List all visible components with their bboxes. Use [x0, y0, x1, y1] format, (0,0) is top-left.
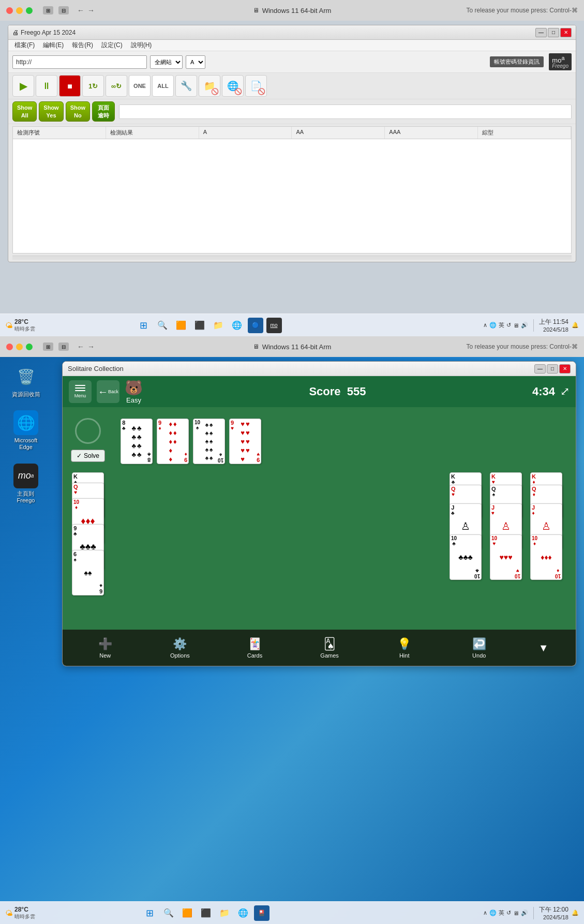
search-button-bottom[interactable]: 🔍	[161, 905, 176, 921]
close-button-bottom[interactable]	[6, 344, 13, 350]
nav-back[interactable]: ←	[77, 6, 84, 14]
all-label-button[interactable]: ALL	[152, 75, 174, 97]
panel-btn-2[interactable]: ⊟	[58, 6, 69, 14]
show-timeout-button[interactable]: 頁面逾時	[92, 101, 115, 122]
win-close-btn[interactable]: ✕	[560, 28, 572, 37]
bell-icon-top[interactable]: 🔔	[572, 322, 579, 329]
widgets-button-top[interactable]: 🟧	[173, 318, 189, 333]
one-label-button[interactable]: ONE	[129, 75, 151, 97]
card-10-spades[interactable]: 10 ♠ ♠♠ ♠♠ ♠♠ ♠♠ ♠♠	[193, 419, 225, 464]
app-icon-bottom[interactable]: 🎴	[254, 905, 269, 921]
menu-edit[interactable]: 編輯(E)	[41, 40, 66, 50]
file-explorer-bottom[interactable]: 📁	[217, 905, 232, 921]
wrench-button[interactable]: 🔧	[175, 75, 197, 97]
card-corner-tl-3: 10 ♠	[194, 420, 200, 430]
horizontal-scrollbar[interactable]	[12, 256, 572, 260]
bell-icon-bottom[interactable]: 🔔	[572, 910, 579, 916]
game-area[interactable]: ✓ Solve 8 ♣ ♣♣	[63, 407, 576, 630]
sol-restore-btn[interactable]: □	[547, 364, 558, 374]
sol-close-btn[interactable]: ✕	[559, 364, 571, 374]
win-minimize-btn[interactable]: —	[535, 28, 547, 37]
freego-taskbar-top[interactable]: mo	[266, 318, 282, 333]
close-button-top[interactable]	[6, 7, 13, 14]
start-button-bottom[interactable]: ⊞	[142, 905, 158, 921]
cards-button[interactable]: 🃏 Cards	[239, 637, 270, 659]
folder-no-button[interactable]: 📁 🚫	[199, 75, 220, 97]
hint-button[interactable]: 💡 Hint	[389, 637, 420, 659]
undo-button[interactable]: ↩️ Undo	[463, 637, 495, 659]
desktop-icons: 🗑️ 資源回收筒 🌐 Microsoft Edge moa 主頁到 Freego	[8, 362, 44, 506]
edge-desktop-icon[interactable]: 🌐 Microsoft Edge	[8, 408, 44, 453]
menu-help[interactable]: 說明(H)	[129, 40, 154, 50]
show-all-button[interactable]: ShowAll	[12, 101, 37, 122]
maximize-button-bottom[interactable]	[26, 344, 33, 350]
card-10-diamonds-r[interactable]: 10♦ ♦♦♦ 10♦	[530, 534, 562, 580]
card-9-diamonds[interactable]: 9 ♦ ♦♦ ♦♦ ♦♦ ♦ ♦	[157, 419, 189, 464]
stop-button[interactable]	[59, 75, 81, 97]
chevron-up-icon-bottom[interactable]: ∧	[483, 910, 487, 916]
left-card-column[interactable]: K ♠ ♔ K ♠ Q ♥	[72, 472, 108, 586]
panel-btn-4[interactable]: ⊟	[58, 342, 69, 351]
start-button-top[interactable]: ⊞	[136, 318, 152, 333]
nav-forward[interactable]: →	[87, 6, 95, 14]
minimize-button-top[interactable]	[16, 7, 23, 14]
clock-top[interactable]: 上午 11:54 2024/5/18	[539, 318, 568, 333]
search-scope-select[interactable]: 全網站	[150, 55, 183, 69]
options-button[interactable]: ⚙️ Options	[164, 637, 196, 659]
card-6-spades[interactable]: 6 ♠ ♠♠ 6 ♠	[72, 550, 104, 595]
expand-button[interactable]: ⤢	[560, 385, 570, 398]
show-no-button[interactable]: ShowNo	[66, 101, 90, 122]
card-8-clubs[interactable]: 8 ♣ ♣♣ ♣♣ ♣♣ ♣♣ 8	[121, 419, 153, 464]
nav-back-bottom[interactable]: ←	[77, 342, 84, 351]
pause-button[interactable]	[36, 75, 57, 97]
clock-bottom[interactable]: 下午 12:00 2024/5/18	[539, 905, 568, 920]
right-col-3[interactable]: K♦ ♚ K♦ Q♦ ♛ Q♦ J♦ ♙ J♦	[530, 472, 566, 597]
sol-minimize-btn[interactable]: —	[534, 364, 546, 374]
menu-settings[interactable]: 設定(C)	[99, 40, 125, 50]
freego-desktop-icon[interactable]: moa 主頁到 Freego	[8, 461, 44, 506]
play-button[interactable]	[12, 75, 34, 97]
card-10-hearts[interactable]: 10♥ ♥♥♥ 10♥	[490, 534, 522, 580]
sol-back-button[interactable]: ← Back	[97, 380, 119, 403]
search-letter-select[interactable]: A	[186, 55, 205, 69]
doc-no-button[interactable]: 📄 🚫	[245, 75, 267, 97]
file-explorer-top[interactable]: 📁	[211, 318, 226, 333]
games-button[interactable]: 🂡 Games	[314, 637, 345, 659]
nav-forward-bottom[interactable]: →	[87, 342, 95, 351]
maximize-button-top[interactable]	[26, 7, 33, 14]
one-circle-button[interactable]: 1↻	[82, 75, 104, 97]
snap-button-bottom[interactable]: ⬛	[198, 905, 214, 921]
more-arrow-button[interactable]: ▼	[538, 642, 549, 654]
search-button-top[interactable]: 🔍	[155, 318, 170, 333]
ie-no-button[interactable]: 🌐 🚫	[222, 75, 244, 97]
solve-button[interactable]: ✓ Solve	[71, 450, 105, 462]
card-corner-br-3: 10 ♠	[218, 452, 223, 463]
show-yes-button[interactable]: ShowYes	[39, 101, 63, 122]
card-10-clubs[interactable]: 10♣ ♣♣♣ 10♣	[450, 534, 482, 580]
snap-button-top[interactable]: ⬛	[192, 318, 207, 333]
undo-icon-top: ↺	[506, 322, 511, 329]
sol-menu-button[interactable]: Menu	[69, 380, 92, 403]
right-col-1[interactable]: K♣ ♚ K♣ Q♥ ♛ Q♥ J♣ ♙ J♣	[450, 472, 486, 597]
recycle-bin-icon[interactable]: 🗑️ 資源回收筒	[8, 362, 44, 400]
panel-btn-1[interactable]: ⊞	[43, 6, 53, 14]
chevron-up-icon[interactable]: ∧	[483, 322, 487, 329]
right-col-2[interactable]: K♥ ♚ K♥ Q♠ ♛ Q♠ J♥ ♙ J♥	[490, 472, 526, 597]
account-button[interactable]: 帳號密碼登錄資訊	[490, 56, 544, 67]
widgets-button-bottom[interactable]: 🟧	[179, 905, 195, 921]
app-icon-top[interactable]: 🔵	[248, 318, 263, 333]
weather-widget-bottom[interactable]: 🌤 28°C 晴時多雲	[5, 906, 35, 920]
menu-report[interactable]: 報告(R)	[70, 40, 95, 50]
edge-button-bottom[interactable]: 🌐	[235, 905, 251, 921]
all-circle-button[interactable]: ∞↻	[106, 75, 127, 97]
new-game-button[interactable]: ➕ New	[89, 637, 121, 659]
edge-button-top[interactable]: 🌐	[229, 318, 245, 333]
win-restore-btn[interactable]: □	[548, 28, 559, 37]
panel-btn-3[interactable]: ⊞	[43, 342, 53, 351]
url-input-display[interactable]: http://	[12, 55, 147, 69]
menu-file[interactable]: 檔案(F)	[12, 40, 37, 50]
card-9-hearts[interactable]: 9 ♥ ♥♥ ♥♥ ♥♥ ♥♥ ♥	[229, 419, 261, 464]
card-corner-tl-2: 9 ♦	[158, 420, 161, 431]
weather-widget-top[interactable]: 🌤 28°C 晴時多雲	[5, 318, 35, 333]
minimize-button-bottom[interactable]	[16, 344, 23, 350]
